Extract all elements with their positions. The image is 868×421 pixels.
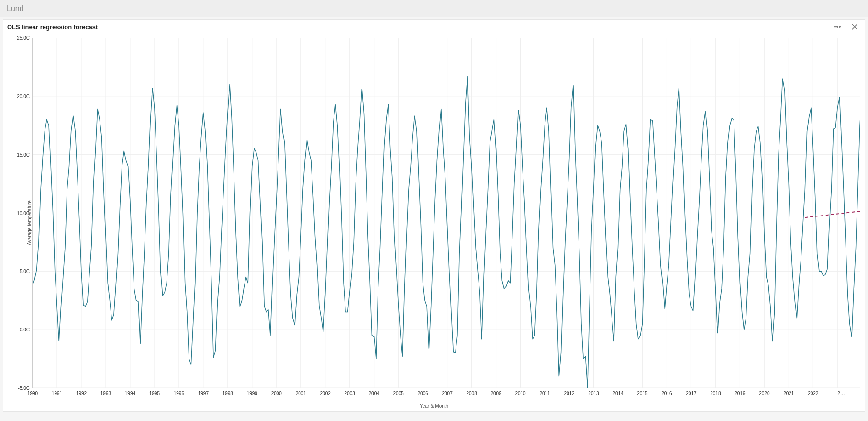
y-axis-label: Average temperature: [27, 200, 32, 245]
x-tick-label: 1998: [223, 391, 233, 396]
x-tick-label: 2…: [837, 391, 860, 396]
x-tick-label: 2021: [783, 391, 794, 396]
x-tick-label: 1994: [125, 391, 135, 396]
x-tick-label: 2007: [442, 391, 452, 396]
x-tick-label: 2017: [686, 391, 696, 396]
x-tick-label: 2022: [808, 391, 818, 396]
chart-area: Average temperature Year & Month -5.0C0.…: [3, 34, 865, 411]
x-tick-label: 1992: [76, 391, 87, 396]
y-tick-label: 15.0C: [17, 152, 30, 157]
x-tick-label: 2001: [296, 391, 306, 396]
x-tick-label: 2003: [345, 391, 355, 396]
x-tick-label: 2014: [612, 391, 623, 396]
panel-title: OLS linear regression forecast: [7, 23, 98, 31]
x-tick-label: 1996: [174, 391, 184, 396]
svg-point-0: [835, 26, 836, 28]
y-tick-label: 0.0C: [20, 327, 30, 332]
chart-panel: OLS linear regression forecast Average t…: [3, 19, 865, 412]
x-tick-label: 2009: [490, 391, 501, 396]
more-options-icon[interactable]: [833, 23, 842, 31]
close-icon[interactable]: [850, 23, 859, 31]
x-tick-label: 2019: [734, 391, 745, 396]
x-tick-label: 2002: [320, 391, 331, 396]
x-tick-label: 2016: [661, 391, 672, 396]
svg-point-1: [837, 26, 838, 28]
actual-series: [33, 76, 860, 388]
x-tick-label: 2015: [637, 391, 647, 396]
x-tick-label: 2000: [271, 391, 282, 396]
x-tick-label: 2008: [466, 391, 477, 396]
panel-header: OLS linear regression forecast: [3, 20, 865, 34]
x-tick-label: 1993: [100, 391, 111, 396]
x-tick-label: 2013: [588, 391, 599, 396]
x-tick-label: 1995: [149, 391, 160, 396]
y-tick-label: -5.0C: [18, 386, 30, 391]
chart-plot[interactable]: -5.0C0.0C5.0C10.0C15.0C20.0C25.0C1990199…: [32, 38, 860, 388]
x-tick-label: 2011: [539, 391, 550, 396]
x-tick-label: 2010: [515, 391, 525, 396]
y-tick-label: 5.0C: [20, 269, 30, 274]
x-tick-label: 1997: [198, 391, 209, 396]
y-tick-label: 25.0C: [17, 35, 30, 41]
x-tick-label: 2018: [710, 391, 721, 396]
panel-actions: [833, 23, 859, 31]
x-tick-label: 2005: [393, 391, 404, 396]
x-tick-label: 2006: [418, 391, 428, 396]
x-tick-label: 2004: [369, 391, 379, 396]
x-tick-label: 1991: [52, 391, 62, 396]
svg-point-2: [839, 26, 841, 28]
x-tick-label: 1990: [27, 391, 38, 396]
x-tick-label: 2012: [564, 391, 574, 396]
page-title: Lund: [7, 4, 24, 13]
x-tick-label: 2020: [759, 391, 769, 396]
x-tick-label: 1999: [247, 391, 257, 396]
y-tick-label: 20.0C: [17, 93, 30, 99]
page-header: Lund: [0, 0, 868, 17]
x-axis-label: Year & Month: [420, 403, 448, 409]
y-tick-label: 10.0C: [17, 210, 30, 216]
